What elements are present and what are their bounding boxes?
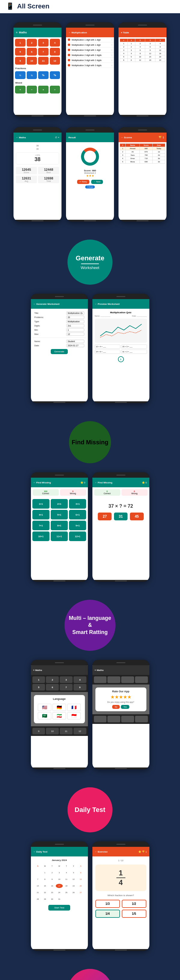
frac-btn-1[interactable]: ½ (15, 71, 25, 79)
cal-6[interactable]: 6 (77, 870, 84, 875)
flag-fr[interactable]: 🇫🇷 (67, 704, 81, 711)
grid-btn-8[interactable]: 8 (50, 48, 60, 56)
cal-19[interactable]: 19 (70, 884, 77, 888)
generate-button[interactable]: Generate (51, 349, 68, 354)
frac-choice-1[interactable]: 1/3 (95, 900, 120, 908)
dark-btn-9[interactable]: 9 (32, 728, 45, 734)
answer-choice-1[interactable]: 27 (98, 512, 111, 520)
miss-1[interactable]: 1×1 (32, 499, 49, 509)
grid-btn-5[interactable]: 5 (15, 48, 25, 56)
retry-btn[interactable]: ↩ Retry (77, 180, 89, 184)
miss-5[interactable]: 5×1 (51, 510, 68, 519)
cal-14[interactable]: 14 (35, 884, 41, 888)
grid-btn-10[interactable]: 10 (27, 57, 37, 65)
list-item-2[interactable]: Multiplication 2 digit with 1 digit › (66, 42, 114, 48)
cal-26[interactable]: 26 (70, 891, 77, 895)
rbtn2-3[interactable] (121, 716, 134, 722)
cal-10[interactable]: 10 (56, 877, 63, 881)
field-input-problems[interactable] (66, 316, 84, 319)
dark-btn-12[interactable]: 12 (74, 728, 87, 734)
dark-btn-2[interactable]: 2 (46, 676, 59, 683)
list-item-1[interactable]: Multiplication 1 digit with 1 digit › (66, 37, 114, 42)
field-input-type[interactable] (66, 320, 84, 323)
frac-btn-2[interactable]: ¾ (27, 71, 37, 79)
miss-4[interactable]: 4×1 (32, 510, 49, 519)
dark-btn-5[interactable]: 5 (32, 684, 45, 690)
cal-4[interactable]: 4 (63, 870, 70, 875)
frac-choice-4[interactable]: 1/5 (122, 910, 147, 918)
cal-16[interactable]: 16 (49, 884, 55, 888)
grid-btn-4[interactable]: 4 (50, 39, 60, 46)
cal-2[interactable]: 2 (49, 870, 55, 875)
field-input-title[interactable] (66, 312, 84, 315)
cal-29[interactable]: 29 (41, 897, 48, 901)
frac-choice-2[interactable]: 1/2 (122, 900, 147, 908)
dark-btn-4[interactable]: 4 (74, 676, 87, 683)
frac-btn-3[interactable]: ⅓ (38, 71, 49, 79)
rbtn-1[interactable] (94, 676, 107, 683)
cal-3[interactable]: 3 (56, 870, 63, 875)
cal-1[interactable]: 1 (41, 870, 48, 875)
answer-choice-3[interactable]: 45 (130, 512, 144, 520)
mix-btn-3[interactable]: × (38, 86, 49, 94)
cal-30[interactable]: 30 (49, 897, 55, 901)
grid-btn-9[interactable]: 9 (15, 57, 25, 65)
frac-choice-correct[interactable]: 1/4 (95, 910, 120, 918)
grid-btn-12[interactable]: 12 (50, 57, 60, 65)
next-btn[interactable]: → Next (91, 180, 103, 184)
flag-us[interactable]: 🇺🇸 (38, 704, 51, 711)
rating-yes-btn[interactable]: Yes (121, 705, 129, 709)
flag-ir[interactable]: 🇮🇷 (52, 712, 66, 719)
mix-btn-4[interactable]: ÷ (50, 86, 60, 94)
flag-de[interactable]: 🇩🇪 (52, 704, 66, 711)
dark-btn-7[interactable]: 7 (60, 684, 73, 690)
cal-28[interactable]: 28 (35, 897, 41, 901)
dark-btn-10[interactable]: 10 (46, 728, 59, 734)
miss-8[interactable]: 8×1 (51, 521, 68, 530)
grid-btn-1[interactable]: 1 (15, 39, 25, 46)
miss-9[interactable]: 9×1 (69, 521, 86, 530)
miss-6[interactable]: 6×1 (69, 510, 86, 519)
cal-22[interactable]: 22 (41, 891, 48, 895)
dark-btn-6[interactable]: 6 (46, 684, 59, 690)
dark-btn-3[interactable]: 3 (60, 676, 73, 683)
grid-btn-7[interactable]: 7 (38, 48, 49, 56)
field-input-date[interactable] (66, 344, 84, 347)
list-item-6[interactable]: Multiplication 3 digit with 3 digits › (66, 63, 114, 68)
share-btn[interactable]: ⤴ Share (85, 186, 95, 188)
grid-btn-2[interactable]: 2 (27, 39, 37, 46)
field-input-name[interactable] (66, 340, 84, 343)
field-input-min[interactable] (66, 328, 84, 332)
rbtn-3[interactable] (121, 676, 134, 683)
rbtn-4[interactable] (135, 676, 148, 683)
cal-8[interactable]: 8 (41, 877, 48, 881)
cal-24[interactable]: 24 (56, 891, 63, 895)
miss-11[interactable]: 11×1 (51, 531, 68, 541)
mix-btn-1[interactable]: + (15, 86, 25, 94)
grid-btn-3[interactable]: 3 (38, 39, 49, 46)
cal-13[interactable]: 13 (77, 877, 84, 881)
cal-9[interactable]: 9 (49, 877, 55, 881)
rating-no-btn[interactable]: No (112, 705, 120, 709)
grid-btn-11[interactable]: 11 (38, 57, 49, 65)
cal-23[interactable]: 23 (49, 891, 55, 895)
list-item-3[interactable]: Multiplication 3 digit with 1 digit › (66, 48, 114, 52)
field-input-digits[interactable] (66, 324, 84, 328)
cal-20[interactable]: 20 (77, 884, 84, 888)
miss-3[interactable]: 3×1 (69, 499, 86, 509)
answer-choice-correct[interactable]: 31 (114, 512, 128, 520)
dark-btn-11[interactable]: 11 (60, 728, 73, 734)
cal-5[interactable]: 5 (70, 870, 77, 875)
miss-12[interactable]: 12×1 (69, 531, 86, 541)
miss-2[interactable]: 2×1 (51, 499, 68, 509)
mix-btn-2[interactable]: − (27, 86, 37, 94)
cal-18[interactable]: 18 (63, 884, 70, 888)
cal-21[interactable]: 21 (35, 891, 41, 895)
miss-10[interactable]: 10×1 (32, 531, 49, 541)
cal-17-today[interactable]: 17 (56, 884, 63, 888)
cal-25[interactable]: 25 (63, 891, 70, 895)
flag-sa[interactable]: 🇸🇦 (38, 712, 51, 719)
flag-id[interactable]: 🇮🇩 (67, 712, 81, 719)
rbtn2-4[interactable] (135, 716, 148, 722)
cal-15[interactable]: 15 (41, 884, 48, 888)
